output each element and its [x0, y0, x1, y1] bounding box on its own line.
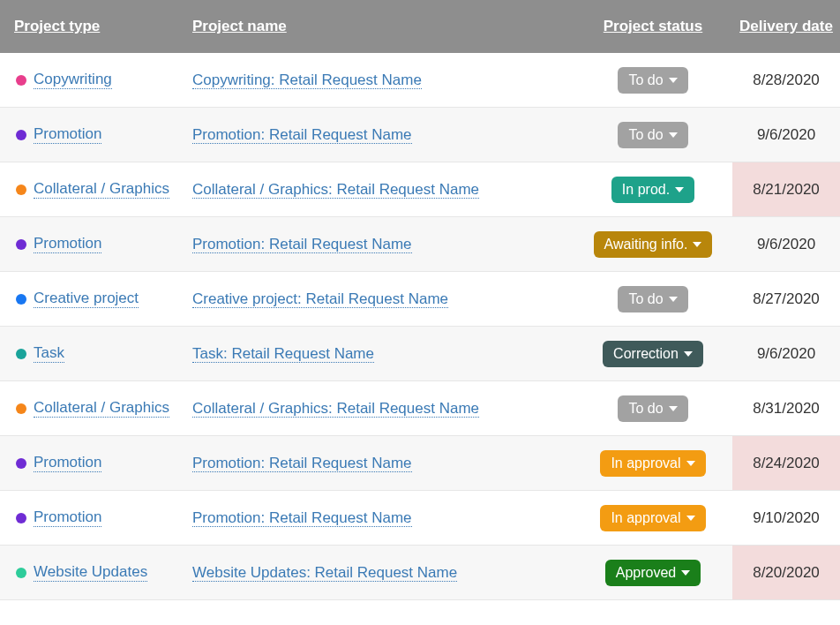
delivery-date-value: 8/27/2020 — [753, 290, 820, 308]
project-type-link[interactable]: Promotion — [34, 235, 101, 253]
project-type-link[interactable]: Copywriting — [34, 71, 112, 89]
type-color-dot-icon — [16, 130, 26, 140]
cell-project-type: Copywriting — [0, 65, 185, 94]
status-label: In approval — [611, 456, 680, 471]
cell-project-name: Copywriting: Retail Request Name — [185, 66, 574, 94]
project-name-link[interactable]: Task: Retail Request Name — [192, 345, 374, 363]
cell-delivery-date: 8/31/2020 — [732, 381, 840, 435]
cell-project-name: Task: Retail Request Name — [185, 340, 574, 368]
delivery-date-value: 9/6/2020 — [757, 236, 815, 253]
status-label: In approval — [611, 510, 680, 526]
status-label: Correction — [613, 346, 679, 362]
project-type-link[interactable]: Website Updates — [34, 563, 147, 582]
cell-project-type: Collateral / Graphics — [0, 394, 185, 423]
project-table: Project type Project name Project status… — [0, 0, 840, 600]
table-row: Collateral / GraphicsCollateral / Graphi… — [0, 162, 840, 217]
cell-project-type: Collateral / Graphics — [0, 175, 185, 204]
status-dropdown-button[interactable]: In approval — [600, 450, 705, 477]
type-color-dot-icon — [16, 75, 26, 86]
status-dropdown-button[interactable]: Correction — [603, 341, 703, 367]
status-label: To do — [628, 291, 663, 307]
cell-project-type: Promotion — [0, 503, 185, 532]
project-name-link[interactable]: Promotion: Retail Request Name — [192, 236, 412, 253]
cell-project-type: Promotion — [0, 448, 185, 478]
cell-delivery-date: 8/28/2020 — [732, 53, 840, 107]
status-label: To do — [628, 127, 663, 143]
type-color-dot-icon — [16, 568, 26, 578]
project-type-link[interactable]: Collateral / Graphics — [34, 180, 169, 199]
status-label: To do — [628, 401, 663, 417]
cell-delivery-date: 9/6/2020 — [732, 217, 840, 271]
caret-down-icon — [684, 351, 693, 357]
caret-down-icon — [669, 297, 678, 302]
status-dropdown-button[interactable]: To do — [618, 395, 687, 422]
cell-project-name: Promotion: Retail Request Name — [185, 121, 574, 149]
delivery-date-value: 8/20/2020 — [753, 564, 820, 582]
type-color-dot-icon — [16, 513, 26, 523]
cell-project-name: Promotion: Retail Request Name — [185, 230, 574, 259]
project-type-link[interactable]: Promotion — [34, 454, 101, 472]
status-dropdown-button[interactable]: Approved — [605, 560, 701, 586]
status-dropdown-button[interactable]: To do — [618, 67, 687, 94]
cell-project-name: Creative project: Retail Request Name — [185, 285, 574, 313]
project-name-link[interactable]: Collateral / Graphics: Retail Request Na… — [192, 181, 479, 199]
cell-project-status: In prod. — [574, 171, 732, 208]
delivery-date-value: 8/28/2020 — [753, 72, 820, 89]
status-label: Awaiting info. — [604, 237, 688, 252]
table-row: CopywritingCopywriting: Retail Request N… — [0, 53, 840, 108]
status-dropdown-button[interactable]: To do — [618, 122, 687, 148]
delivery-date-value: 9/6/2020 — [757, 345, 815, 363]
cell-delivery-date: 8/20/2020 — [732, 546, 840, 599]
caret-down-icon — [686, 516, 695, 521]
caret-down-icon — [686, 461, 695, 466]
cell-delivery-date: 8/24/2020 — [732, 436, 840, 490]
caret-down-icon — [675, 187, 684, 192]
project-name-link[interactable]: Collateral / Graphics: Retail Request Na… — [192, 400, 479, 418]
project-name-link[interactable]: Promotion: Retail Request Name — [192, 455, 412, 472]
project-name-link[interactable]: Copywriting: Retail Request Name — [192, 72, 422, 89]
status-dropdown-button[interactable]: Awaiting info. — [594, 231, 713, 258]
column-header-type[interactable]: Project type — [0, 12, 185, 41]
status-label: To do — [628, 72, 663, 88]
cell-project-type: Creative project — [0, 284, 185, 313]
cell-project-name: Promotion: Retail Request Name — [185, 449, 574, 478]
column-header-name[interactable]: Project name — [185, 12, 574, 41]
cell-project-status: In approval — [574, 500, 732, 537]
project-name-link[interactable]: Promotion: Retail Request Name — [192, 126, 412, 144]
project-type-link[interactable]: Promotion — [34, 508, 101, 527]
cell-project-status: To do — [574, 62, 732, 99]
type-color-dot-icon — [16, 184, 26, 195]
status-label: Approved — [616, 565, 677, 581]
caret-down-icon — [681, 570, 690, 576]
cell-delivery-date: 9/6/2020 — [732, 108, 840, 162]
caret-down-icon — [669, 78, 678, 83]
cell-project-name: Collateral / Graphics: Retail Request Na… — [185, 176, 574, 204]
type-color-dot-icon — [16, 349, 26, 359]
cell-project-status: Awaiting info. — [574, 226, 732, 263]
delivery-date-value: 9/10/2020 — [753, 509, 820, 527]
delivery-date-value: 9/6/2020 — [757, 126, 815, 144]
cell-project-status: To do — [574, 390, 732, 427]
project-name-link[interactable]: Creative project: Retail Request Name — [192, 290, 448, 308]
column-header-date[interactable]: Delivery date — [732, 12, 840, 41]
status-dropdown-button[interactable]: In approval — [600, 505, 705, 531]
table-row: PromotionPromotion: Retail Request NameI… — [0, 491, 840, 546]
project-name-link[interactable]: Website Updates: Retail Request Name — [192, 564, 457, 582]
table-row: Collateral / GraphicsCollateral / Graphi… — [0, 381, 840, 436]
project-type-link[interactable]: Creative project — [34, 290, 139, 308]
delivery-date-value: 8/31/2020 — [753, 400, 820, 418]
cell-delivery-date: 8/21/2020 — [732, 162, 840, 216]
project-type-link[interactable]: Task — [34, 344, 64, 363]
status-dropdown-button[interactable]: To do — [618, 286, 687, 312]
table-row: Website UpdatesWebsite Updates: Retail R… — [0, 546, 840, 600]
project-name-link[interactable]: Promotion: Retail Request Name — [192, 509, 412, 527]
column-header-status[interactable]: Project status — [574, 12, 732, 41]
type-color-dot-icon — [16, 458, 26, 469]
status-dropdown-button[interactable]: In prod. — [611, 177, 694, 203]
cell-project-name: Promotion: Retail Request Name — [185, 504, 574, 532]
caret-down-icon — [669, 406, 678, 411]
caret-down-icon — [669, 132, 678, 138]
project-type-link[interactable]: Collateral / Graphics — [34, 399, 169, 418]
table-row: PromotionPromotion: Retail Request NameI… — [0, 436, 840, 491]
project-type-link[interactable]: Promotion — [34, 125, 101, 144]
